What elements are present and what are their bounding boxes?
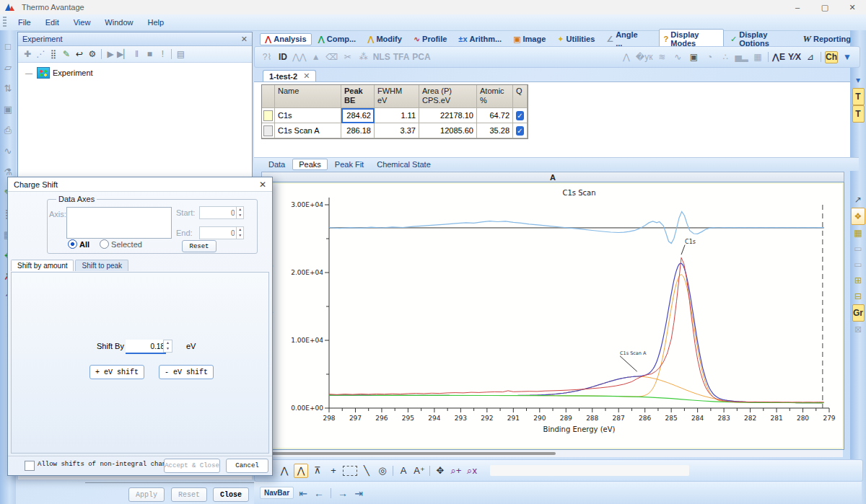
- col-header-name[interactable]: Name: [275, 85, 341, 108]
- display-scatter-icon[interactable]: ∴: [719, 50, 732, 63]
- spectrum-chart[interactable]: C1s Scan0.00E+001.00E+042.00E+043.00E+04…: [261, 182, 844, 450]
- radio-selected[interactable]: Selected: [100, 239, 142, 249]
- col-header-q[interactable]: Q: [513, 85, 528, 108]
- pca-icon[interactable]: PCA: [412, 50, 430, 63]
- cell-r1-c2[interactable]: 3.37: [375, 123, 419, 138]
- stop-icon[interactable]: ■: [143, 48, 156, 61]
- log-book-icon[interactable]: ▤: [174, 48, 187, 61]
- view-eye-icon[interactable]: ◎: [376, 464, 389, 477]
- cell-r1-c1[interactable]: 286.18: [341, 123, 375, 138]
- col-header-peak-be[interactable]: PeakBE: [341, 85, 375, 108]
- window-b-icon[interactable]: ▭: [852, 257, 865, 273]
- cell-r0-c4[interactable]: 64.72: [477, 108, 513, 123]
- snip-icon[interactable]: ✂: [341, 50, 354, 63]
- menu-help[interactable]: Help: [140, 17, 171, 28]
- grid-windows-icon[interactable]: ▦: [852, 225, 865, 241]
- experiment-tree-node[interactable]: — Experiment: [25, 67, 252, 79]
- start-spinbox[interactable]: ▲▼: [199, 206, 244, 219]
- end-spinbox[interactable]: ▲▼: [199, 226, 244, 239]
- display-single-icon[interactable]: ⋀: [620, 50, 633, 63]
- menu-edit[interactable]: Edit: [38, 17, 66, 28]
- end-down-icon[interactable]: ▼: [237, 233, 243, 239]
- display-multi-icon[interactable]: ∿: [671, 50, 684, 63]
- chart-panel-header[interactable]: A: [261, 172, 844, 182]
- peak-select-icon[interactable]: ⋀: [278, 464, 291, 477]
- tile-windows-icon[interactable]: ❖: [851, 208, 865, 225]
- import-export-icon[interactable]: ⇅: [1, 78, 14, 99]
- non-integral-checkbox[interactable]: [25, 461, 35, 471]
- live-display-icon[interactable]: ⋀E: [772, 50, 785, 63]
- cell-r0-c3[interactable]: 22178.10: [419, 108, 477, 123]
- results-tab-peaks[interactable]: Peaks: [292, 159, 328, 170]
- ribbon-tab-profile[interactable]: ∿Profile: [408, 33, 452, 45]
- results-tab-peak-fit[interactable]: Peak Fit: [329, 159, 369, 169]
- annotate-pen-icon[interactable]: ✎: [60, 48, 73, 61]
- toolbar-overflow-icon[interactable]: ▼: [841, 50, 854, 63]
- lock-axes-icon[interactable]: ⊠: [852, 322, 865, 337]
- zoom-reset-icon[interactable]: ⌕x: [465, 464, 478, 477]
- open-folder-icon[interactable]: ▱: [1, 57, 14, 78]
- tab-shift-to-peak[interactable]: Shift to peak: [75, 260, 128, 271]
- ribbon-tab-modify[interactable]: ⋀Modify: [362, 33, 407, 45]
- menu-view[interactable]: View: [66, 17, 98, 28]
- start-input[interactable]: [200, 207, 236, 218]
- shift-by-spinner[interactable]: ▲▼: [163, 340, 172, 353]
- minus-ev-shift-button[interactable]: - eV shift: [159, 365, 214, 379]
- ribbon-tab-analysis[interactable]: ⋀Analysis: [260, 33, 312, 45]
- axis-listbox[interactable]: [66, 207, 172, 239]
- display-stacked-icon[interactable]: �ук: [636, 50, 653, 63]
- cell-r0-c0[interactable]: C1s: [275, 108, 341, 123]
- save-icon[interactable]: ▣: [1, 99, 14, 120]
- menu-file[interactable]: File: [11, 17, 38, 28]
- cancel-button[interactable]: Cancel: [226, 459, 268, 473]
- axes-reset-button[interactable]: Reset: [182, 240, 216, 252]
- settings-gear-icon[interactable]: ⚙: [86, 48, 99, 61]
- add-panel-icon[interactable]: ⊞: [852, 273, 865, 288]
- peak-view-icon[interactable]: ∿: [1, 141, 14, 162]
- chart-scrollbar-thumb[interactable]: [267, 452, 556, 455]
- remove-panel-icon[interactable]: ⊟: [852, 288, 865, 304]
- radio-selected-icon[interactable]: [100, 239, 109, 249]
- dc-display-icon[interactable]: ⊿: [804, 50, 817, 63]
- cell-r0-c1[interactable]: 284.62: [341, 108, 375, 123]
- zoom-in-icon[interactable]: ⌕+: [450, 464, 463, 477]
- text-folder-icon[interactable]: T: [852, 105, 865, 123]
- cell-r1-c4[interactable]: 35.28: [477, 123, 513, 138]
- start-up-icon[interactable]: ▲: [237, 207, 243, 213]
- alert-icon[interactable]: !: [156, 48, 169, 61]
- nls-fit-icon[interactable]: NLS: [373, 50, 390, 63]
- nav-last-button[interactable]: ⇥: [352, 487, 365, 500]
- scatter-points-icon[interactable]: ⋰: [34, 48, 47, 61]
- display-sphere-icon[interactable]: ◔: [703, 50, 716, 63]
- background-icon[interactable]: ▲: [310, 50, 323, 63]
- close-button[interactable]: ✕: [839, 0, 866, 14]
- accept-close-button[interactable]: Accept & Close: [164, 459, 220, 473]
- close-panel-button[interactable]: Close: [213, 487, 249, 502]
- shift-down-icon[interactable]: ▼: [164, 346, 172, 352]
- text-annotation-icon[interactable]: T: [852, 88, 865, 105]
- crosshair-icon[interactable]: +: [327, 464, 340, 477]
- q-checkbox[interactable]: ✓: [516, 126, 524, 136]
- nav-first-button[interactable]: ⇤: [297, 487, 310, 500]
- select-rect-icon[interactable]: [343, 466, 357, 476]
- radio-all-icon[interactable]: [68, 239, 77, 249]
- text-add-icon[interactable]: A⁺: [413, 464, 426, 477]
- end-input[interactable]: [200, 227, 236, 239]
- table-row[interactable]: C1s284.621.1122178.1064.72✓: [262, 108, 528, 123]
- document-tab[interactable]: 1-test-2 ✕: [263, 70, 316, 81]
- window-a-icon[interactable]: ▭: [852, 241, 865, 257]
- results-tab-data[interactable]: Data: [263, 159, 291, 169]
- ribbon-tab-image[interactable]: ▣Image: [508, 33, 551, 45]
- ribbon-tab-arithm[interactable]: ±xArithm...: [453, 33, 507, 45]
- display-overlay-icon[interactable]: ≋: [655, 50, 668, 63]
- tab-shift-by-amount[interactable]: Shift by amount: [11, 260, 74, 271]
- tfa-icon[interactable]: TFA: [393, 50, 410, 63]
- display-image-icon[interactable]: ▣: [687, 50, 700, 63]
- shift-up-icon[interactable]: ▲: [164, 340, 172, 346]
- ribbon-tab-comp[interactable]: ⋀Comp...: [313, 33, 362, 45]
- add-icon[interactable]: ✚: [21, 48, 34, 61]
- apply-button[interactable]: Apply: [128, 487, 165, 502]
- erase-icon[interactable]: ⌫: [325, 50, 338, 63]
- col-header-area-p-cps-ev[interactable]: Area (P)CPS.eV: [419, 85, 477, 108]
- peak-id-icon[interactable]: ID: [276, 50, 289, 63]
